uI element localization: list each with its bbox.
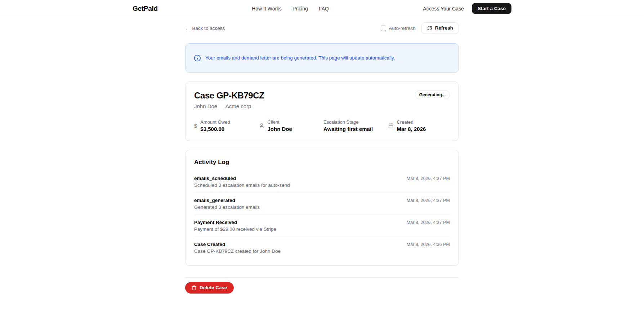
trash-icon [192,285,197,290]
toolbar: ← Back to access Auto-refresh Refresh [185,22,459,34]
status-badge: Generating... [415,91,450,99]
activity-log-entries: emails_scheduled Scheduled 3 escalation … [194,171,450,257]
top-nav: GetPaid How It Works Pricing FAQ Access … [0,0,644,17]
entry-title: Payment Received [194,220,276,225]
toolbar-right: Auto-refresh Refresh [381,22,459,34]
back-link-label: Back to access [192,26,225,31]
stat-label: Created [397,119,426,125]
stat-value: Mar 8, 2026 [397,126,426,132]
case-summary-card: Case GP-KB79CZ Generating... John Doe — … [185,82,459,141]
stat-label: Amount Owed [200,119,230,125]
stat-text: Escalation Stage Awaiting first email [323,119,373,132]
delete-case-button[interactable]: Delete Case [185,282,234,294]
refresh-button[interactable]: Refresh [421,22,459,34]
entry-text: Payment Received Payment of $29.00 recei… [194,220,276,232]
calendar-icon [388,123,394,128]
stat-value: $3,500.00 [200,126,230,132]
entry-timestamp: Mar 8, 2026, 4:37 PM [407,176,450,181]
top-nav-inner: GetPaid How It Works Pricing FAQ Access … [130,0,514,17]
start-a-case-button[interactable]: Start a Case [472,3,511,14]
stat-created: Created Mar 8, 2026 [388,119,450,132]
banner-message: Your emails and demand letter are being … [205,55,395,62]
entry-description: Scheduled 3 escalation emails for auto-s… [194,182,290,188]
stat-value: Awaiting first email [323,126,373,132]
access-your-case-link[interactable]: Access Your Case [423,6,464,12]
generating-info-banner: Your emails and demand letter are being … [185,43,459,73]
dollar-icon: $ [194,123,197,129]
entry-title: emails_scheduled [194,176,290,181]
activity-entry: Payment Received Payment of $29.00 recei… [194,215,450,237]
stat-escalation-stage: Escalation Stage Awaiting first email [323,119,385,132]
entry-description: Payment of $29.00 received via Stripe [194,226,276,232]
stat-label: Client [268,119,292,125]
back-to-access-link[interactable]: ← Back to access [185,26,225,31]
stat-label: Escalation Stage [323,119,373,125]
case-subtitle: John Doe — Acme corp [194,103,450,109]
divider [185,277,459,278]
case-detail-page: ← Back to access Auto-refresh Refresh Yo… [185,17,459,326]
nav-faq[interactable]: FAQ [319,6,329,12]
entry-title: emails_generated [194,198,260,203]
activity-entry: Case Created Case GP-KB79CZ created for … [194,237,450,257]
activity-entry: emails_scheduled Scheduled 3 escalation … [194,171,450,193]
back-arrow-icon: ← [185,26,190,31]
stat-amount-owed: $ Amount Owed $3,500.00 [194,119,256,132]
logo[interactable]: GetPaid [133,5,158,13]
entry-description: Generated 3 escalation emails [194,204,260,210]
case-title: Case GP-KB79CZ [194,91,264,101]
auto-refresh-label: Auto-refresh [389,26,415,31]
nav-how-it-works[interactable]: How It Works [252,6,282,12]
activity-log-card: Activity Log emails_scheduled Scheduled … [185,150,459,266]
entry-text: Case Created Case GP-KB79CZ created for … [194,242,281,254]
entry-title: Case Created [194,242,281,247]
info-icon [194,54,201,62]
entry-timestamp: Mar 8, 2026, 4:36 PM [407,242,450,247]
entry-description: Case GP-KB79CZ created for John Doe [194,248,281,254]
activity-log-title: Activity Log [194,159,450,166]
nav-pricing[interactable]: Pricing [292,6,308,12]
entry-text: emails_scheduled Scheduled 3 escalation … [194,176,290,188]
main-nav: How It Works Pricing FAQ [252,6,329,12]
delete-case-label: Delete Case [200,285,227,290]
auto-refresh-toggle[interactable]: Auto-refresh [381,26,415,31]
stat-text: Created Mar 8, 2026 [397,119,426,132]
stat-value: John Doe [268,126,292,132]
stat-text: Amount Owed $3,500.00 [200,119,230,132]
person-icon [259,123,264,128]
entry-timestamp: Mar 8, 2026, 4:37 PM [407,198,450,203]
header-right: Access Your Case Start a Case [423,3,511,14]
entry-text: emails_generated Generated 3 escalation … [194,198,260,210]
refresh-icon [427,26,432,31]
stat-text: Client John Doe [268,119,292,132]
entry-timestamp: Mar 8, 2026, 4:37 PM [407,220,450,225]
stat-client: Client John Doe [259,119,321,132]
case-stats: $ Amount Owed $3,500.00 Client John Doe [194,119,450,132]
case-card-header: Case GP-KB79CZ Generating... [194,91,450,101]
activity-entry: emails_generated Generated 3 escalation … [194,193,450,215]
refresh-button-label: Refresh [435,26,453,31]
auto-refresh-checkbox[interactable] [381,26,386,31]
